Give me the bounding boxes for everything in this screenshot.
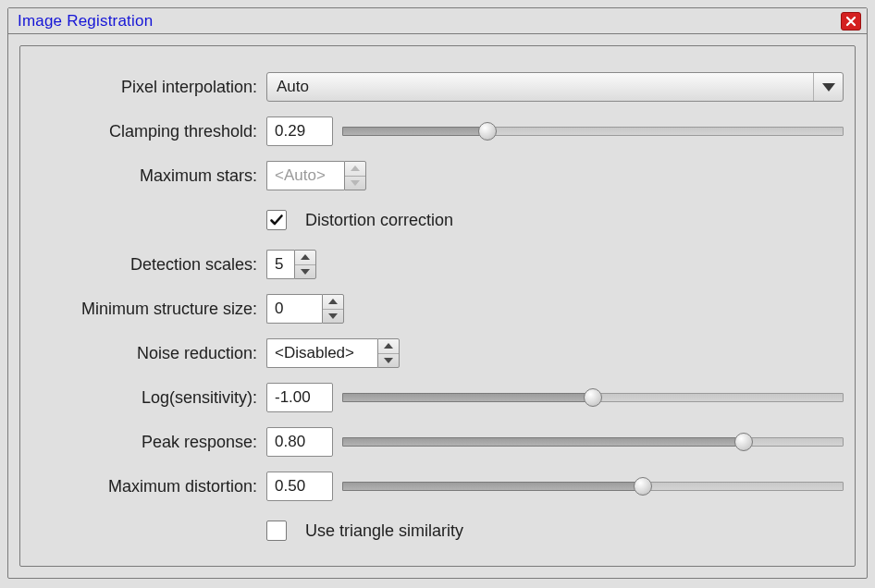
maximum-distortion-input[interactable]: 0.50 [266, 472, 333, 501]
maximum-stars-input: <Auto> [266, 161, 344, 190]
close-icon [845, 16, 857, 27]
maximum-stars-spinner: <Auto> [266, 161, 366, 190]
window-title: Image Registration [18, 12, 153, 31]
check-icon [269, 213, 284, 227]
maximum-distortion-label: Maximum distortion: [31, 477, 266, 496]
use-triangle-similarity-checkbox[interactable] [266, 521, 287, 541]
log-sensitivity-label: Log(sensitivity): [31, 388, 266, 408]
distortion-correction-label: Distortion correction [305, 211, 453, 230]
min-structure-size-label: Minimum structure size: [31, 300, 266, 319]
peak-response-input[interactable]: 0.80 [266, 427, 333, 457]
pixel-interpolation-value: Auto [267, 78, 813, 96]
slider-thumb[interactable] [584, 388, 602, 407]
noise-reduction-label: Noise reduction: [31, 344, 266, 363]
use-triangle-similarity-label: Use triangle similarity [305, 521, 463, 541]
slider-thumb[interactable] [478, 122, 497, 141]
clamping-threshold-input[interactable]: 0.29 [266, 116, 333, 146]
noise-reduction-spinner[interactable]: <Disabled> [266, 338, 400, 368]
pixel-interpolation-dropdown[interactable]: Auto [266, 72, 844, 102]
title-bar: Image Registration [8, 8, 867, 34]
spin-down-icon[interactable] [295, 264, 315, 279]
detection-scales-spinner[interactable]: 5 [266, 250, 316, 279]
spin-up-icon [345, 162, 365, 176]
distortion-correction-checkbox[interactable] [266, 210, 287, 230]
spin-up-icon[interactable] [323, 295, 343, 309]
maximum-stars-label: Maximum stars: [31, 166, 266, 186]
min-structure-size-input[interactable]: 0 [266, 294, 322, 324]
detection-scales-input[interactable]: 5 [266, 250, 294, 279]
log-sensitivity-slider[interactable] [342, 383, 844, 412]
image-registration-window: Image Registration Pixel interpolation: … [7, 7, 868, 579]
maximum-distortion-slider[interactable] [342, 472, 844, 501]
spin-up-icon[interactable] [295, 251, 315, 264]
clamping-threshold-label: Clamping threshold: [31, 122, 266, 141]
spin-down-icon[interactable] [378, 353, 399, 368]
min-structure-size-spinner[interactable]: 0 [266, 294, 344, 324]
close-button[interactable] [841, 12, 861, 31]
peak-response-slider[interactable] [342, 427, 844, 457]
chevron-down-icon [813, 73, 843, 101]
spin-down-icon [345, 176, 365, 190]
settings-panel: Pixel interpolation: Auto Clamping thres… [19, 45, 856, 567]
spin-down-icon[interactable] [323, 309, 343, 324]
detection-scales-label: Detection scales: [31, 255, 266, 275]
clamping-threshold-slider[interactable] [342, 116, 844, 146]
spin-up-icon[interactable] [378, 339, 399, 353]
pixel-interpolation-label: Pixel interpolation: [31, 78, 266, 97]
log-sensitivity-input[interactable]: -1.00 [266, 383, 333, 412]
noise-reduction-input[interactable]: <Disabled> [266, 338, 377, 368]
peak-response-label: Peak response: [31, 433, 266, 452]
slider-thumb[interactable] [634, 477, 652, 496]
slider-thumb[interactable] [734, 433, 753, 451]
